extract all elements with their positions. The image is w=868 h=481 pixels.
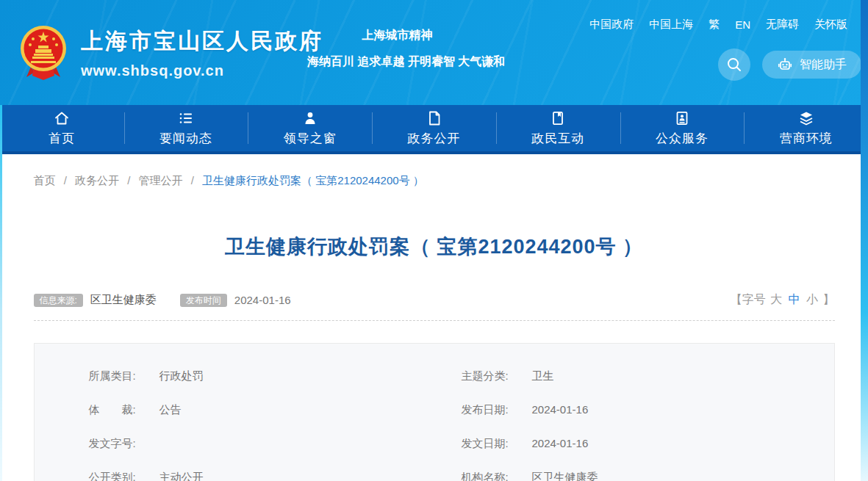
city-motto: 上海城市精神 海纳百川 追求卓越 开明睿智 大气谦和 [307, 28, 487, 70]
info-label: 所属类目: [89, 369, 152, 383]
info-label: 发文字号: [89, 436, 152, 451]
info-value: 卫生 [532, 369, 554, 383]
page-title: 卫生健康行政处罚案（ 宝第2120244200号 ） [34, 234, 835, 260]
nav-label: 营商环境 [780, 130, 833, 147]
info-label: 发布日期: [462, 402, 525, 417]
link-care-version[interactable]: 关怀版 [814, 18, 847, 32]
breadcrumb-separator: / [127, 174, 130, 187]
info-row-topic: 主题分类: 卫生 [462, 369, 834, 383]
info-row-disclosure-type: 公开类别: 主动公开 [89, 470, 462, 481]
brand-text: 上海市宝山区人民政府 www.shbsq.gov.cn [81, 26, 323, 79]
document-icon [426, 110, 442, 126]
publish-time-badge: 发布时间 [180, 294, 227, 307]
nav-item-leaders[interactable]: 领导之窗 [248, 105, 372, 151]
nav-item-gov-affairs[interactable]: 政务公开 [372, 105, 496, 151]
home-icon [54, 110, 70, 126]
article-meta: 信息来源: 区卫生健康委 发布时间 2024-01-16 【字号 大 中 小 】 [34, 292, 835, 321]
info-row-doc-number: 发文字号: [89, 436, 462, 451]
link-accessibility[interactable]: 无障碍 [766, 18, 799, 32]
ai-assistant-button[interactable]: 智能助手 [762, 51, 861, 79]
site-brand[interactable]: 上海市宝山区人民政府 www.shbsq.gov.cn [16, 24, 323, 82]
link-traditional-chinese[interactable]: 繁 [709, 18, 720, 32]
nav-label: 要闻动态 [159, 130, 212, 147]
info-value: 主动公开 [159, 470, 204, 481]
breadcrumb: 首页 / 政务公开 / 管理公开 / 卫生健康行政处罚案（ 宝第21202442… [34, 154, 835, 188]
nav-label: 公众服务 [656, 130, 709, 147]
info-row-publish-date: 发布日期: 2024-01-16 [462, 402, 834, 417]
nav-item-home[interactable]: 首页 [0, 105, 124, 151]
book-icon [550, 110, 566, 126]
fontsize-medium-button[interactable]: 中 [789, 293, 800, 305]
national-emblem-icon [16, 24, 71, 82]
link-china-shanghai[interactable]: 中国上海 [649, 18, 693, 32]
motto-title: 上海城市精神 [307, 28, 487, 43]
nav-item-interaction[interactable]: 政民互动 [496, 105, 620, 151]
info-value: 2024-01-16 [532, 436, 589, 451]
breadcrumb-separator: / [191, 174, 194, 187]
site-url: www.shbsq.gov.cn [81, 62, 323, 79]
info-row-issue-date: 发文日期: 2024-01-16 [462, 436, 834, 451]
breadcrumb-home[interactable]: 首页 [34, 174, 56, 187]
info-value: 2024-01-16 [532, 402, 589, 417]
nav-label: 政民互动 [531, 130, 584, 147]
search-button[interactable] [718, 48, 750, 81]
info-value: 区卫生健康委 [532, 470, 598, 481]
fontsize-large-button[interactable]: 大 [770, 293, 782, 305]
breadcrumb-current: 卫生健康行政处罚案（ 宝第2120244200号 ） [202, 174, 424, 187]
source-value: 区卫生健康委 [90, 293, 157, 307]
nav-item-public-service[interactable]: 公众服务 [620, 105, 745, 151]
info-value: 公告 [159, 402, 182, 417]
info-col-left: 所属类目: 行政处罚 体 裁: 公告 发文字号: 公开类别: 主动公开 [89, 369, 462, 481]
motto-line: 海纳百川 追求卓越 开明睿智 大气谦和 [307, 54, 487, 70]
ai-assistant-label: 智能助手 [800, 57, 847, 73]
layers-icon [798, 110, 814, 126]
content-container: 首页 / 政务公开 / 管理公开 / 卫生健康行政处罚案（ 宝第21202442… [34, 154, 835, 481]
info-label: 体 裁: [89, 402, 152, 417]
news-list-icon [178, 110, 194, 126]
robot-icon [777, 57, 793, 73]
page-left-accent-stripe [0, 105, 2, 481]
site-name: 上海市宝山区人民政府 [81, 26, 323, 57]
meta-left: 信息来源: 区卫生健康委 发布时间 2024-01-16 [34, 293, 291, 307]
breadcrumb-management[interactable]: 管理公开 [139, 174, 183, 187]
fontsize-widget: 【字号 大 中 小 】 [731, 292, 835, 308]
breadcrumb-gov-affairs[interactable]: 政务公开 [75, 174, 119, 187]
breadcrumb-separator: / [64, 174, 67, 187]
info-row-category: 所属类目: 行政处罚 [89, 369, 462, 383]
info-row-genre: 体 裁: 公告 [89, 402, 462, 417]
info-label: 发文日期: [462, 436, 525, 451]
id-card-icon [674, 110, 690, 126]
site-header: 上海市宝山区人民政府 www.shbsq.gov.cn 上海城市精神 海纳百川 … [0, 0, 868, 105]
page-scrollbar[interactable] [861, 0, 868, 481]
link-english[interactable]: EN [735, 18, 750, 31]
link-china-gov[interactable]: 中国政府 [589, 18, 634, 32]
nav-item-news[interactable]: 要闻动态 [124, 105, 248, 151]
info-row-agency: 机构名称: 区卫生健康委 [462, 470, 834, 481]
top-links: 中国政府 中国上海 繁 EN 无障碍 关怀版 [589, 18, 847, 32]
nav-item-business-env[interactable]: 营商环境 [744, 105, 868, 151]
info-label: 公开类别: [89, 470, 152, 481]
fontsize-suffix: 】 [823, 293, 835, 305]
source-badge: 信息来源: [34, 294, 83, 307]
fontsize-small-button[interactable]: 小 [806, 293, 818, 305]
info-label: 主题分类: [462, 369, 525, 383]
nav-label: 首页 [49, 130, 75, 147]
nav-label: 政务公开 [408, 130, 461, 147]
document-info-box: 所属类目: 行政处罚 体 裁: 公告 发文字号: 公开类别: 主动公开 主题分类… [34, 343, 835, 481]
person-icon [302, 110, 318, 126]
nav-label: 领导之窗 [284, 130, 337, 147]
info-value: 行政处罚 [159, 369, 204, 383]
info-label: 机构名称: [462, 470, 525, 481]
main-nav: 首页 要闻动态 领导之窗 政务公开 政民互动 [0, 105, 868, 154]
info-col-right: 主题分类: 卫生 发布日期: 2024-01-16 发文日期: 2024-01-… [462, 369, 834, 481]
fontsize-prefix: 【字号 [731, 293, 766, 305]
publish-time-value: 2024-01-16 [234, 294, 291, 306]
search-icon [726, 57, 742, 73]
